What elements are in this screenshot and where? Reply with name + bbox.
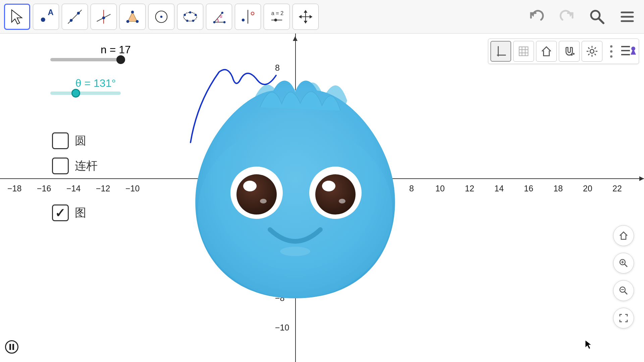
svg-point-38 bbox=[236, 174, 277, 215]
tool-buttons: A α a = 2 bbox=[4, 4, 319, 30]
slider-theta[interactable]: θ = 131° bbox=[50, 77, 121, 95]
tool-circle[interactable] bbox=[148, 4, 174, 30]
redo-button[interactable] bbox=[557, 7, 577, 27]
svg-point-49 bbox=[573, 53, 575, 55]
x-tick: 16 bbox=[524, 184, 533, 193]
tool-conic[interactable] bbox=[177, 4, 203, 30]
fab-zoom-in[interactable] bbox=[613, 253, 634, 274]
point-icon: A bbox=[37, 8, 55, 26]
y-axis-arrow bbox=[293, 36, 298, 41]
slider-theta-thumb[interactable] bbox=[71, 89, 80, 98]
tool-slider[interactable]: a = 2 bbox=[264, 4, 290, 30]
undo-icon bbox=[528, 8, 545, 25]
tool-angle[interactable]: α bbox=[206, 4, 232, 30]
pause-icon bbox=[9, 344, 14, 350]
svg-point-15 bbox=[189, 11, 191, 13]
toggle-grid[interactable] bbox=[513, 41, 534, 62]
tool-line[interactable] bbox=[62, 4, 88, 30]
tool-polygon[interactable] bbox=[119, 4, 146, 30]
svg-line-32 bbox=[599, 18, 603, 23]
checkbox-box[interactable] bbox=[52, 132, 69, 149]
x-axis-arrow bbox=[639, 176, 644, 181]
perpendicular-icon bbox=[95, 8, 113, 26]
svg-point-10 bbox=[131, 10, 134, 13]
checkbox-circle[interactable]: 圆 bbox=[52, 132, 86, 149]
view-more[interactable] bbox=[608, 45, 614, 58]
top-right-actions bbox=[527, 7, 637, 27]
x-tick: 10 bbox=[435, 184, 445, 193]
svg-point-48 bbox=[571, 54, 573, 56]
svg-point-14 bbox=[184, 14, 186, 16]
checkbox-image[interactable]: ✓ 图 bbox=[52, 204, 86, 221]
grid-icon bbox=[517, 45, 530, 58]
fab-zoom-out[interactable] bbox=[613, 280, 634, 301]
svg-point-8 bbox=[126, 20, 129, 23]
search-button[interactable] bbox=[587, 7, 607, 27]
main-toolbar: A α a = 2 bbox=[0, 0, 644, 34]
svg-point-50 bbox=[590, 49, 594, 53]
tool-transform[interactable] bbox=[235, 4, 261, 30]
svg-text:α: α bbox=[220, 14, 222, 19]
slider-n-thumb[interactable] bbox=[116, 55, 125, 64]
svg-point-20 bbox=[213, 21, 215, 23]
settings-view[interactable] bbox=[582, 41, 602, 62]
svg-point-9 bbox=[136, 20, 139, 23]
snap-toggle[interactable] bbox=[559, 41, 580, 62]
checkbox-box[interactable]: ✓ bbox=[52, 204, 69, 221]
svg-point-62 bbox=[631, 47, 635, 51]
x-tick: 22 bbox=[612, 184, 622, 193]
pan-icon bbox=[297, 8, 315, 26]
hamburger-icon bbox=[619, 8, 636, 25]
check-icon: ✓ bbox=[55, 205, 66, 220]
slider-n[interactable]: n = 17 bbox=[50, 44, 131, 61]
tool-move[interactable] bbox=[4, 4, 30, 30]
panel-toggle-icon bbox=[620, 44, 637, 57]
checkbox-label: 圆 bbox=[75, 133, 86, 148]
svg-point-17 bbox=[192, 19, 194, 21]
search-icon bbox=[589, 8, 605, 25]
svg-point-43 bbox=[322, 181, 335, 191]
tool-translate-view[interactable] bbox=[292, 4, 319, 30]
fab-column bbox=[613, 225, 634, 328]
conic-icon bbox=[181, 8, 199, 26]
tool-point[interactable]: A bbox=[33, 4, 59, 30]
svg-line-57 bbox=[595, 48, 596, 49]
svg-point-39 bbox=[243, 181, 257, 191]
tool-perpendicular[interactable] bbox=[91, 4, 117, 30]
slider-n-label: n = 17 bbox=[101, 44, 131, 56]
svg-point-45 bbox=[280, 247, 310, 256]
svg-line-58 bbox=[588, 54, 590, 55]
cursor-icon bbox=[8, 8, 26, 26]
gear-icon bbox=[586, 45, 598, 58]
checkbox-label: 图 bbox=[75, 205, 86, 221]
slider-theta-track[interactable] bbox=[50, 92, 121, 95]
x-tick: 14 bbox=[494, 184, 504, 193]
slider-n-track[interactable] bbox=[50, 58, 121, 61]
toggle-axes[interactable] bbox=[490, 41, 511, 62]
panel-toggle[interactable] bbox=[620, 44, 637, 59]
checkbox-box[interactable] bbox=[52, 158, 69, 174]
menu-button[interactable] bbox=[617, 7, 637, 27]
fab-home[interactable] bbox=[613, 225, 634, 246]
svg-point-7 bbox=[102, 16, 105, 19]
character-image bbox=[179, 60, 411, 302]
x-tick: −12 bbox=[96, 184, 110, 193]
svg-line-55 bbox=[588, 48, 590, 49]
svg-point-28 bbox=[274, 18, 277, 21]
graphics-canvas[interactable]: −18−16−14−12−10810121416182022 8−8−10 n … bbox=[0, 34, 644, 362]
svg-point-42 bbox=[315, 174, 356, 215]
line-icon bbox=[66, 8, 84, 26]
zoom-out-icon bbox=[619, 286, 629, 296]
magnet-icon bbox=[563, 45, 576, 58]
svg-line-68 bbox=[625, 292, 627, 294]
play-pause-button[interactable] bbox=[5, 340, 18, 354]
svg-point-12 bbox=[160, 15, 162, 17]
fab-fullscreen[interactable] bbox=[613, 308, 634, 328]
svg-point-36 bbox=[198, 124, 392, 298]
angle-icon: α bbox=[210, 8, 228, 26]
reflect-icon bbox=[239, 8, 257, 26]
undo-button[interactable] bbox=[527, 7, 547, 27]
checkbox-linkage[interactable]: 连杆 bbox=[52, 158, 98, 174]
home-view[interactable] bbox=[536, 41, 557, 62]
svg-point-44 bbox=[339, 199, 345, 203]
